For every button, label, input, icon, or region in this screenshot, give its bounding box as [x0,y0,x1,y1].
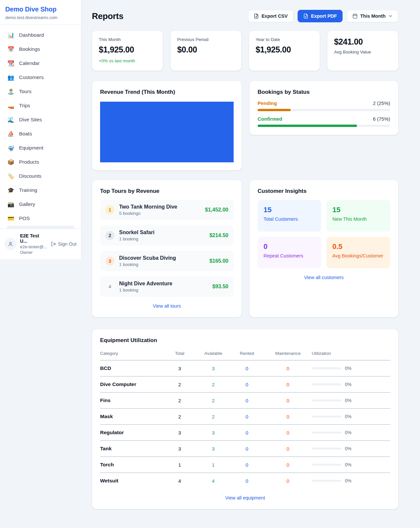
utilization-percent: 0% [345,414,351,419]
sidebar-item-discounts[interactable]: 🏷️ Discounts [3,169,78,183]
view-all-tours-link[interactable]: View all tours [100,303,234,309]
stat-value: $0.00 [177,45,235,54]
training-icon: 🎓 [7,187,14,193]
revenue-trend-title: Revenue Trend (This Month) [100,89,234,95]
utilization-percent: 0% [345,430,351,435]
sidebar-item-calendar[interactable]: 📆 Calendar [3,56,78,70]
export-pdf-label: Export PDF [311,13,337,19]
cell-utilization: 0% [312,457,390,473]
cell-rented: 0 [230,457,264,473]
stat-value: $1,925.00 [99,45,156,54]
status-label: Pending [258,100,277,106]
sidebar-item-products[interactable]: 📦 Products [3,155,78,169]
cell-available: 4 [197,473,230,489]
sidebar-item-bookings[interactable]: 📅 Bookings [3,42,78,56]
equipment-utilization-card: Equipment Utilization Category Total Ava… [92,329,398,509]
sidebar-item-trips[interactable]: 🚤 Trips [3,98,78,112]
column-header-rented: Rented [230,348,264,360]
tour-revenue: $214.50 [209,233,228,238]
sidebar-item-partial-highlight[interactable] [7,226,74,229]
sidebar-item-dashboard[interactable]: 📊 Dashboard [3,28,78,42]
export-csv-button[interactable]: Export CSV [248,10,293,22]
page-title: Reports [92,11,123,21]
cell-utilization: 0% [312,409,390,425]
status-progress-fill [258,109,291,111]
utilization-track [312,383,341,385]
sidebar-item-equipment[interactable]: 🤿 Equipment [3,141,78,155]
top-tours-title: Top Tours by Revenue [100,188,234,194]
cell-maintenance: 0 [264,473,312,489]
cell-utilization: 0% [312,376,390,393]
sidebar-item-label: Bookings [19,46,40,52]
sidebar-item-label: Discounts [19,173,41,179]
status-progress-fill [258,125,357,127]
cell-rented: 0 [230,409,264,425]
bookings-by-status-title: Bookings by Status [258,89,390,95]
cell-maintenance: 0 [264,376,312,393]
stat-card-this-month: This Month $1,925.00 +0% vs last month [92,30,163,71]
insight-avg-bookings: 0.5 Avg Bookings/Customer [326,237,390,268]
logout-icon [51,241,56,247]
tour-bookings: 1 booking [119,236,155,241]
cell-total: 2 [162,393,197,409]
tour-row: 4 Night Dive Adventure 1 booking $93.50 [100,276,234,297]
sidebar-header: Demo Dive Shop demo.test.divestreams.com [0,0,81,25]
sidebar-item-label: Dashboard [19,32,44,38]
sidebar-item-customers[interactable]: 👥 Customers [3,70,78,84]
dive-sites-icon: 🌊 [7,116,14,123]
sidebar-item-label: Products [19,159,39,165]
tour-revenue: $165.00 [209,258,228,264]
sidebar-item-label: Training [19,187,37,193]
sidebar-item-tours[interactable]: 🏝️ Tours [3,84,78,98]
tour-bookings: 1 booking [119,262,176,267]
cell-available: 2 [197,376,230,393]
pos-icon: 💳 [7,215,14,222]
view-all-customers-link[interactable]: View all customers [258,275,390,280]
sign-out-button[interactable]: Sign Out [51,241,76,247]
sidebar-item-boats[interactable]: ⛵ Boats [3,127,78,141]
cell-category: Dive Computer [100,376,162,393]
tour-revenue: $1,452.00 [205,207,228,213]
cell-maintenance: 0 [264,393,312,409]
stat-card-year-to-date: Year to Date $1,925.00 [249,30,320,71]
export-pdf-button[interactable]: Export PDF [298,10,343,22]
utilization-track [312,448,341,450]
insight-value: 15 [263,206,315,214]
status-progress-track [258,109,390,111]
column-header-total: Total [162,348,197,360]
sidebar: Demo Dive Shop demo.test.divestreams.com… [0,0,81,259]
sidebar-item-gallery[interactable]: 📸 Gallery [3,197,78,211]
export-csv-label: Export CSV [262,13,288,19]
cell-category: Tank [100,441,162,457]
utilization-percent: 0% [345,366,351,371]
gallery-icon: 📸 [7,201,14,208]
sidebar-item-training[interactable]: 🎓 Training [3,183,78,197]
table-row: Wetsuit 4 4 0 0 0% [100,473,390,489]
equipment-icon: 🤿 [7,145,14,151]
sidebar-item-label: Equipment [19,145,43,151]
file-download-icon [303,13,308,19]
period-dropdown[interactable]: This Month [347,10,398,22]
tour-name: Snorkel Safari [119,230,155,235]
cell-total: 2 [162,409,197,425]
view-all-equipment-link[interactable]: View all equipment [100,495,390,500]
insight-grid: 15 Total Customers 15 New This Month 0 R… [258,200,390,268]
stat-label: Year to Date [256,37,313,42]
revenue-trend-chart [100,102,234,162]
user-role: Owner [20,250,47,255]
utilization-track [312,480,341,482]
cell-total: 1 [162,457,197,473]
utilization-percent: 0% [345,398,351,403]
stat-value: $1,925.00 [256,45,313,54]
insight-value: 15 [332,206,384,214]
customer-insights-title: Customer Insights [258,188,390,194]
table-row: Fins 2 2 0 0 0% [100,393,390,409]
equipment-utilization-title: Equipment Utilization [100,337,390,344]
cell-total: 3 [162,425,197,441]
sidebar-item-pos[interactable]: 💳 POS [3,211,78,225]
stat-card-previous-period: Previous Period $0.00 [170,30,242,71]
status-value: 6 (75%) [373,116,390,122]
sidebar-item-dive-sites[interactable]: 🌊 Dive Sites [3,112,78,127]
sidebar-item-label: Customers [19,74,44,80]
table-row: Torch 1 1 0 0 0% [100,457,390,473]
